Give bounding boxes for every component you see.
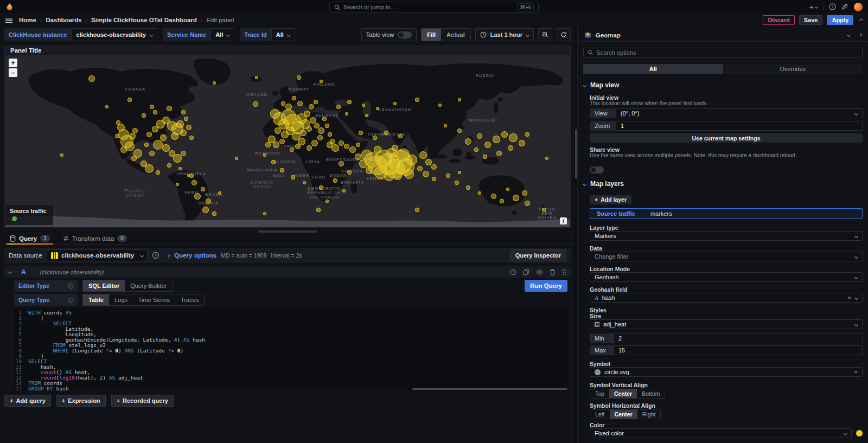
- halign-right[interactable]: Right: [637, 410, 661, 419]
- min-input[interactable]: 2: [614, 333, 863, 343]
- map-canvas[interactable]: RUSSIACANADAKAZAKHSTANMONGOLIAICELANDNOR…: [5, 55, 570, 227]
- tab-transform-data[interactable]: Transform data 0: [58, 233, 132, 244]
- map-marker: [347, 100, 352, 104]
- tab-overrides[interactable]: Overrides: [723, 64, 863, 74]
- query-type-timeseries[interactable]: Time Series: [133, 294, 175, 305]
- zoom-input[interactable]: 1: [616, 121, 863, 131]
- sql-editor-option[interactable]: SQL Editor: [83, 280, 125, 291]
- viz-picker-chevron-icon[interactable]: [847, 33, 851, 37]
- fill-option[interactable]: Fill: [422, 29, 441, 41]
- duplicate-query-icon[interactable]: [523, 269, 529, 275]
- transform-count-badge: 0: [117, 235, 127, 242]
- query-builder-option[interactable]: Query Builder: [125, 280, 172, 291]
- size-field-select[interactable]: adj_heat: [590, 319, 863, 329]
- tab-query[interactable]: Query 1: [4, 233, 55, 244]
- map-marker: [275, 127, 281, 134]
- save-button[interactable]: Save: [799, 15, 823, 25]
- max-input[interactable]: 15: [614, 345, 863, 355]
- sql-line: 10SELECT: [14, 359, 567, 364]
- delete-query-icon[interactable]: [550, 269, 556, 275]
- global-search-input[interactable]: Search or jump to... ⌘+k: [329, 2, 539, 12]
- location-mode-select[interactable]: Geohash: [590, 272, 863, 282]
- info-icon[interactable]: i: [68, 283, 74, 289]
- map-zoom-in-button[interactable]: +: [9, 59, 17, 67]
- sql-horizontal-scrollbar[interactable]: [412, 388, 567, 390]
- tab-all[interactable]: All: [583, 64, 723, 74]
- discard-button[interactable]: Discard: [763, 15, 794, 25]
- query-options-link[interactable]: Query options: [174, 252, 216, 259]
- breadcrumb-home[interactable]: Home: [19, 17, 36, 23]
- layer-item-source-traffic[interactable]: Source traffic markers: [590, 208, 863, 219]
- variable-value-dropdown[interactable]: clickhouse-observability: [72, 28, 157, 41]
- valign-top[interactable]: Top: [590, 389, 609, 398]
- info-icon[interactable]: i: [68, 297, 74, 303]
- section-map-layers[interactable]: Map layers: [583, 180, 863, 188]
- use-current-map-settings-button[interactable]: Use current map settings: [590, 133, 863, 143]
- query-help-icon[interactable]: ?: [510, 269, 516, 275]
- panel-title[interactable]: Panel Title: [5, 46, 570, 55]
- map-marker: [483, 155, 487, 159]
- sql-line: 2 (: [14, 316, 567, 321]
- clear-icon[interactable]: ×: [854, 369, 858, 375]
- map-marker: [365, 114, 368, 117]
- collapse-header-icon[interactable]: [859, 18, 863, 22]
- view-select[interactable]: (0°, 0°): [616, 108, 863, 118]
- avatar[interactable]: [854, 3, 863, 11]
- symbol-select[interactable]: circle.svg ×: [590, 367, 863, 377]
- zoom-out-time-button[interactable]: [538, 28, 552, 41]
- refresh-button[interactable]: [557, 28, 571, 41]
- sql-editor[interactable]: 1WITH coords AS2 (3 SELECT4 Latitude,5 L…: [14, 308, 567, 390]
- query-type-logs[interactable]: Logs: [109, 294, 133, 305]
- data-select[interactable]: Change filter: [590, 252, 863, 261]
- datasource-picker[interactable]: clickhouse-observability: [47, 249, 148, 261]
- options-search-input[interactable]: Search options: [583, 48, 863, 57]
- add-layer-button[interactable]: +Add layer: [590, 195, 631, 204]
- query-inspector-button[interactable]: Query Inspector: [510, 249, 566, 261]
- table-view-toggle[interactable]: Table view: [361, 28, 417, 41]
- drag-handle-icon[interactable]: [562, 269, 566, 275]
- share-view-toggle[interactable]: [590, 166, 863, 176]
- query-type-traces[interactable]: Traces: [175, 294, 204, 305]
- query-card-header[interactable]: A (clickhouse-observability) ?: [4, 266, 571, 278]
- datasource-help-icon[interactable]: ?: [152, 252, 159, 259]
- valign-bottom[interactable]: Bottom: [637, 389, 665, 398]
- hide-query-icon[interactable]: [536, 269, 543, 275]
- add-query-button[interactable]: +Add query: [4, 395, 51, 407]
- collapse-query-icon[interactable]: [8, 270, 12, 274]
- clear-icon[interactable]: ×: [848, 294, 851, 301]
- add-expression-button[interactable]: +Expression: [56, 395, 106, 407]
- map-marker: [398, 134, 403, 138]
- variable-value-dropdown[interactable]: All: [210, 28, 234, 41]
- query-type-table[interactable]: Table: [83, 294, 109, 305]
- halign-left[interactable]: Left: [590, 410, 610, 419]
- valign-center[interactable]: Center: [609, 389, 637, 398]
- table-view-switch[interactable]: [398, 31, 412, 38]
- run-query-button[interactable]: Run Query: [525, 280, 567, 292]
- query-options-expand-icon[interactable]: [167, 253, 170, 257]
- map-marker: [292, 96, 296, 100]
- time-range-picker[interactable]: Last 1 hour: [475, 28, 534, 41]
- help-icon[interactable]: ?: [829, 3, 836, 10]
- layer-type-select[interactable]: Markers: [590, 231, 863, 241]
- breadcrumb-dashboard-name[interactable]: Simple ClickHouse OTel Dashboard: [91, 17, 197, 23]
- breadcrumb-dashboards[interactable]: Dashboards: [46, 17, 81, 23]
- database-icon: [10, 235, 16, 242]
- map-zoom-out-button[interactable]: –: [9, 68, 17, 77]
- color-select[interactable]: Fixed color: [590, 428, 852, 438]
- color-swatch[interactable]: [856, 430, 863, 436]
- map-marker: [522, 190, 527, 196]
- section-map-view[interactable]: Map view: [583, 81, 863, 89]
- halign-center[interactable]: Center: [610, 410, 637, 419]
- add-menu-button[interactable]: +: [809, 3, 818, 11]
- geohash-field-select[interactable]: A hash ×: [590, 293, 863, 303]
- variable-value-dropdown[interactable]: All: [271, 28, 295, 41]
- news-icon[interactable]: [841, 3, 848, 10]
- add-recorded-query-button[interactable]: +Recorded query: [111, 395, 174, 407]
- menu-toggle-icon[interactable]: [5, 18, 12, 23]
- collapse-options-icon[interactable]: [858, 33, 862, 37]
- map-attribution-button[interactable]: i: [560, 217, 567, 224]
- actual-option[interactable]: Actual: [441, 29, 470, 41]
- initial-view-description: This location will show when the panel f…: [590, 100, 863, 107]
- grafana-logo-icon[interactable]: [5, 3, 14, 11]
- apply-button[interactable]: Apply: [827, 15, 853, 25]
